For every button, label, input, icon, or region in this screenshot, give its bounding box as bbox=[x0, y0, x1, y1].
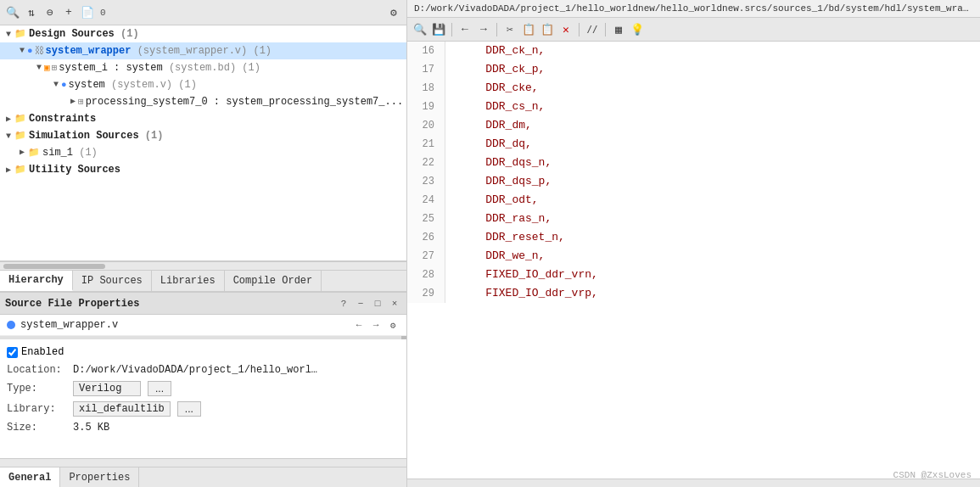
utility-label: Utility Sources bbox=[29, 164, 120, 176]
code-line: 16 DDR_ck_n, bbox=[407, 42, 980, 60]
type-btn[interactable]: ... bbox=[148, 381, 171, 396]
design-sources-section[interactable]: ▼ 📁 Design Sources (1) bbox=[0, 25, 406, 42]
editor-delete-icon[interactable]: ✕ bbox=[558, 22, 574, 37]
sep2 bbox=[496, 23, 497, 36]
editor-grid-icon[interactable]: ▦ bbox=[611, 22, 626, 37]
line-code: DDR_ck_n, bbox=[445, 42, 545, 60]
utility-section[interactable]: ▶ 📁 Utility Sources bbox=[0, 161, 406, 178]
expand-arrow: ▶ bbox=[17, 145, 27, 160]
editor-cut-icon[interactable]: ✂ bbox=[502, 22, 518, 37]
tree-toolbar: 🔍 ⇅ ⊖ + 📄 0 ⚙ bbox=[0, 0, 406, 25]
system-wrapper-item[interactable]: ▼ ● ⛓ system_wrapper (system_wrapper.v) … bbox=[0, 42, 406, 59]
props-nav-icons: ← → ⚙ bbox=[352, 318, 400, 332]
props-minimize-btn[interactable]: − bbox=[354, 297, 367, 311]
expand-arrow: ▼ bbox=[3, 30, 14, 39]
props-close-btn[interactable]: × bbox=[388, 297, 401, 311]
code-line: 22 DDR_dqs_n, bbox=[407, 154, 980, 172]
line-number: 26 bbox=[407, 228, 445, 247]
props-filename: system_wrapper.v bbox=[20, 319, 347, 331]
line-code: FIXED_IO_ddr_vrp, bbox=[445, 284, 598, 303]
line-number: 23 bbox=[407, 172, 445, 191]
line-code: DDR_we_n, bbox=[445, 247, 545, 266]
line-number: 27 bbox=[407, 247, 445, 266]
folder-icon: 📁 bbox=[14, 129, 27, 143]
line-code: DDR_ras_n, bbox=[445, 210, 552, 228]
tab-libraries[interactable]: Libraries bbox=[152, 271, 225, 291]
location-row: Location: D:/work/VivadoDADA/project_1/h… bbox=[0, 361, 406, 378]
enabled-label: Enabled bbox=[21, 346, 64, 358]
size-label: Size: bbox=[7, 422, 66, 434]
tab-hierarchy[interactable]: Hierarchy bbox=[0, 271, 73, 291]
props-tab-properties[interactable]: Properties bbox=[60, 467, 139, 487]
expand-arrow: ▶ bbox=[68, 94, 78, 109]
tab-ip-sources[interactable]: IP Sources bbox=[73, 271, 152, 291]
props-restore-btn[interactable]: □ bbox=[371, 297, 384, 311]
search-icon[interactable]: 🔍 bbox=[5, 5, 20, 20]
props-header: Source File Properties ? − □ × bbox=[0, 293, 406, 315]
line-code: DDR_cke, bbox=[445, 79, 539, 98]
editor-bottom-scroll[interactable] bbox=[407, 479, 980, 487]
tree-hscrollbar[interactable] bbox=[0, 261, 406, 270]
properties-panel: Source File Properties ? − □ × system_wr… bbox=[0, 292, 406, 487]
code-line: 26 DDR_reset_n, bbox=[407, 228, 980, 247]
collapse-icon[interactable]: ⊖ bbox=[42, 5, 58, 20]
constraints-section[interactable]: ▶ 📁 Constraints bbox=[0, 110, 406, 127]
library-btn[interactable]: ... bbox=[177, 401, 201, 417]
props-tab-general[interactable]: General bbox=[0, 467, 60, 487]
props-title: Source File Properties bbox=[5, 298, 333, 310]
editor-save-icon[interactable]: 💾 bbox=[431, 22, 446, 37]
filter-icon[interactable]: ⇅ bbox=[24, 5, 39, 20]
location-label: Location: bbox=[7, 364, 66, 376]
line-number: 16 bbox=[407, 42, 445, 60]
props-help-btn[interactable]: ? bbox=[337, 297, 350, 311]
props-forward-btn[interactable]: → bbox=[369, 318, 383, 332]
code-line: 17 DDR_ck_p, bbox=[407, 60, 980, 79]
props-filename-row: system_wrapper.v ← → ⚙ bbox=[0, 315, 406, 336]
system-i-label: system_i : system (system.bd) (1) bbox=[59, 60, 260, 76]
tab-compile-order[interactable]: Compile Order bbox=[225, 271, 322, 291]
sep3 bbox=[579, 23, 580, 36]
editor-search-icon[interactable]: 🔍 bbox=[412, 22, 428, 37]
sim-sources-section[interactable]: ▼ 📁 Simulation Sources (1) bbox=[0, 127, 406, 144]
props-back-btn[interactable]: ← bbox=[352, 318, 366, 332]
processing-item[interactable]: ▶ ⊞ processing_system7_0 : system_proces… bbox=[0, 93, 406, 110]
expand-arrow: ▼ bbox=[17, 43, 27, 59]
gear-icon[interactable]: ⚙ bbox=[386, 5, 401, 20]
code-line: 25 DDR_ras_n, bbox=[407, 210, 980, 228]
props-tabs-bar: General Properties bbox=[0, 467, 406, 487]
file-chain-icon: ⛓ bbox=[35, 43, 44, 59]
editor-copy-icon[interactable]: 📋 bbox=[521, 22, 536, 37]
size-value: 3.5 KB bbox=[73, 422, 109, 434]
editor-forward-icon[interactable]: → bbox=[476, 22, 491, 37]
line-code: FIXED_IO_ddr_vrn, bbox=[445, 266, 598, 284]
line-code: DDR_dqs_p, bbox=[445, 172, 552, 191]
editor-comment-icon[interactable]: // bbox=[585, 22, 600, 37]
type-row: Type: Verilog ... bbox=[0, 378, 406, 399]
system-item[interactable]: ▼ ● system (system.v) (1) bbox=[0, 76, 406, 93]
code-line: 23 DDR_dqs_p, bbox=[407, 172, 980, 191]
code-line: 28 FIXED_IO_ddr_vrn, bbox=[407, 266, 980, 284]
file-icon[interactable]: 📄 bbox=[80, 5, 95, 20]
hscroll-thumb[interactable] bbox=[3, 264, 105, 269]
type-value: Verilog bbox=[73, 381, 141, 396]
editor-content[interactable]: 16 DDR_ck_n,17 DDR_ck_p,18 DDR_cke,19 DD… bbox=[407, 42, 980, 479]
expand-arrow: ▼ bbox=[51, 77, 61, 92]
code-line: 21 DDR_dq, bbox=[407, 135, 980, 154]
enabled-checkbox[interactable] bbox=[7, 347, 18, 358]
code-line: 24 DDR_odt, bbox=[407, 191, 980, 210]
folder-icon: 📁 bbox=[27, 146, 41, 160]
editor-bulb-icon[interactable]: 💡 bbox=[630, 22, 645, 37]
line-number: 29 bbox=[407, 284, 445, 303]
add-icon[interactable]: + bbox=[61, 5, 76, 20]
line-number: 17 bbox=[407, 60, 445, 79]
editor-paste-icon[interactable]: 📋 bbox=[540, 22, 555, 37]
props-hscroll[interactable] bbox=[0, 458, 406, 467]
system-i-item[interactable]: ▼ ▣ ⊞ system_i : system (system.bd) (1) bbox=[0, 59, 406, 76]
sim1-item[interactable]: ▶ 📁 sim_1 (1) bbox=[0, 144, 406, 161]
editor-toolbar: 🔍 💾 ← → ✂ 📋 📋 ✕ // ▦ 💡 bbox=[407, 18, 980, 42]
props-settings-btn[interactable]: ⚙ bbox=[386, 318, 400, 332]
line-number: 18 bbox=[407, 79, 445, 98]
line-code: DDR_dqs_n, bbox=[445, 154, 552, 172]
editor-back-icon[interactable]: ← bbox=[457, 22, 473, 37]
size-row: Size: 3.5 KB bbox=[0, 419, 406, 436]
